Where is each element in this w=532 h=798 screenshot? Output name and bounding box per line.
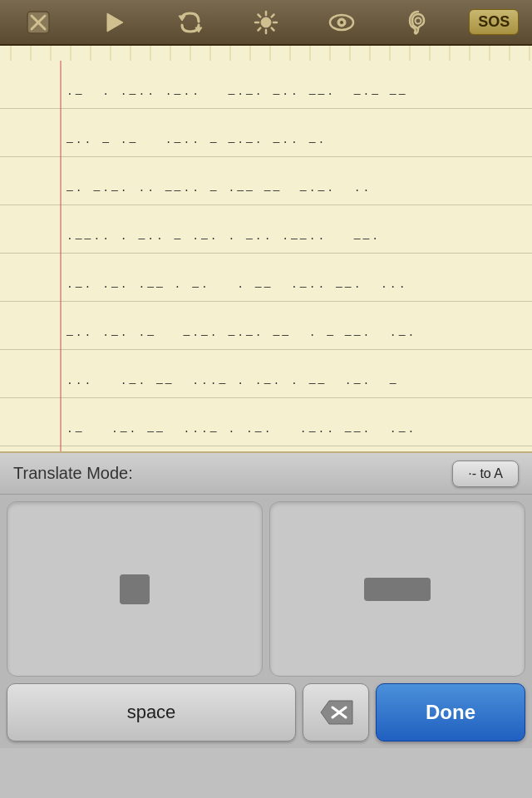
play-button[interactable] (89, 6, 139, 39)
dot-indicator (120, 574, 150, 604)
input-boxes (7, 501, 525, 677)
svg-marker-3 (107, 13, 123, 32)
svg-marker-4 (179, 16, 185, 21)
svg-point-17 (340, 20, 344, 24)
backspace-icon (318, 699, 354, 726)
eye-button[interactable] (317, 6, 367, 39)
morse-content: ·— · ·—·· ·—·· —·—· —·· ——· —·— —— —·· —… (0, 61, 532, 451)
space-button[interactable]: space (7, 683, 296, 741)
input-area: space Done (0, 495, 532, 748)
svg-point-18 (415, 17, 421, 23)
brightness-button[interactable] (241, 6, 291, 39)
translate-mode-button[interactable]: ·- to A (452, 461, 519, 487)
svg-line-13 (272, 14, 274, 17)
bottom-buttons: space Done (7, 683, 525, 741)
close-button[interactable] (13, 6, 63, 39)
svg-line-11 (258, 14, 260, 17)
svg-line-14 (258, 27, 260, 30)
ear-button[interactable] (393, 6, 443, 39)
repeat-button[interactable] (165, 6, 215, 39)
svg-point-6 (261, 17, 271, 27)
translate-mode-label: Translate Mode: (13, 464, 452, 483)
dash-input-box[interactable] (269, 501, 525, 677)
done-button[interactable]: Done (376, 683, 525, 741)
notepad-area: ·— · ·—·· ·—·· —·—· —·· ——· —·— —— —·· —… (0, 46, 532, 453)
svg-line-12 (272, 27, 274, 30)
translate-bar: Translate Mode: ·- to A (0, 453, 532, 495)
dot-input-box[interactable] (7, 501, 263, 677)
sos-button[interactable]: SOS (469, 9, 519, 35)
delete-button[interactable] (303, 683, 369, 741)
dash-indicator (364, 578, 431, 601)
toolbar: SOS (0, 0, 532, 46)
torn-edge (0, 46, 532, 61)
